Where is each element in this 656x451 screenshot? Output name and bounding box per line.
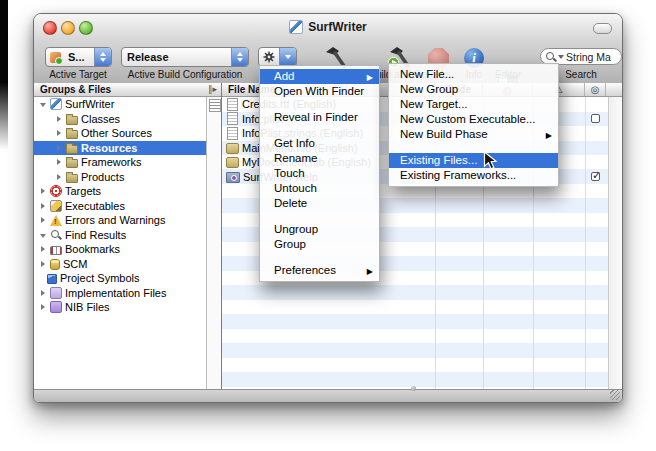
menu-separator [389,142,558,153]
app-icon [289,20,303,34]
menu-item-group[interactable]: Group [260,237,379,252]
splitter-menu-icon[interactable] [209,99,221,112]
menu-item-new-custom-executable[interactable]: New Custom Executable... [389,112,558,127]
sidebar-item-resources[interactable]: Resources [34,141,206,156]
menu-item-ungroup[interactable]: Ungroup [260,222,379,237]
menu-item-new-target[interactable]: New Target... [389,97,558,112]
sidebar-item-surfwriter[interactable]: SurfWriter [34,97,206,112]
build-configuration-value: Release [122,51,231,63]
search-value: String Ma [566,51,611,63]
chevron-down-icon[interactable] [558,55,564,59]
sidebar-item-targets[interactable]: Targets [34,184,206,199]
sidebar-item-scm[interactable]: SCM [34,257,206,272]
action-menu-button[interactable] [258,47,297,67]
target-icon [50,185,62,197]
document-icon [227,127,238,140]
chevron-down-icon [279,48,296,66]
active-target-popup[interactable]: S... [45,47,112,67]
title-bar[interactable]: SurfWriter [34,14,622,39]
menu-item-existing-files[interactable]: Existing Files... [389,153,558,168]
menu-item-delete[interactable]: Delete [260,196,379,211]
column-options-icon[interactable]: ∥▸ [208,84,217,94]
menu-item-new-file[interactable]: New File... [389,67,558,82]
disclosure-closed-icon[interactable] [57,159,61,165]
sidebar-item-classes[interactable]: Classes [34,112,206,127]
resize-grip-icon[interactable] [610,390,620,400]
sidebar-item-executables[interactable]: Executables [34,199,206,214]
folder-icon [66,145,78,154]
nib-file-icon [226,157,239,168]
document-icon [227,98,238,111]
folder-icon [66,174,78,183]
sidebar-item-nib-files[interactable]: NIB Files [34,300,206,315]
sidebar-item-errors-warnings[interactable]: Errors and Warnings [34,213,206,228]
disclosure-closed-icon[interactable] [41,290,45,296]
menu-separator [260,211,379,222]
menu-separator [260,99,379,110]
disclosure-closed-icon[interactable] [57,130,61,136]
menu-item-touch[interactable]: Touch [260,166,379,181]
status-bar [34,389,622,402]
groups-files-header[interactable]: Groups & Files ∥▸ [34,83,221,97]
mouse-cursor-icon [483,151,500,175]
search-caption: Search [565,69,597,80]
menu-item-open-with-finder[interactable]: Open With Finder [260,84,379,99]
menu-item-reveal-in-finder[interactable]: Reveal in Finder [260,110,379,125]
sidebar-item-products[interactable]: Products [34,170,206,185]
sidebar-item-find-results[interactable]: Find Results [34,228,206,243]
disclosure-closed-icon[interactable] [57,174,61,180]
menu-item-existing-frameworks[interactable]: Existing Frameworks... [389,168,558,183]
disclosure-closed-icon[interactable] [41,188,45,194]
sidebar-scrollbar[interactable] [206,97,221,389]
disclosure-open-icon[interactable] [40,234,46,238]
table-scrollbar[interactable] [608,97,622,389]
active-target-value: S... [63,51,94,63]
menu-item-untouch[interactable]: Untouch [260,181,379,196]
window-title: SurfWriter [308,20,366,34]
menu-item-add[interactable]: Add [260,69,379,84]
disclosure-closed-icon[interactable] [41,203,45,209]
executable-icon [50,200,62,212]
menu-item-rename[interactable]: Rename [260,151,379,166]
folder-icon [66,159,78,168]
disclosure-open-icon[interactable] [40,103,46,107]
gear-icon [259,51,279,63]
menu-item-new-group[interactable]: New Group [389,82,558,97]
target-membership-checkbox[interactable] [591,114,600,123]
menu-separator [260,252,379,263]
folder-icon [66,130,78,139]
search-icon [546,52,556,62]
minimize-button[interactable] [61,21,75,35]
target-icon [591,84,600,95]
sidebar-item-project-symbols[interactable]: Project Symbols [34,271,206,286]
disclosure-closed-icon[interactable] [57,145,61,151]
stepper-icon [94,48,111,66]
context-menu: Add Open With Finder Reveal in Finder Ge… [259,65,380,282]
active-target-caption: Active Target [49,69,107,80]
splitter-dimple-icon[interactable] [411,386,416,391]
menu-item-new-build-phase[interactable]: New Build Phase [389,127,558,142]
build-configuration-popup[interactable]: Release [121,47,249,67]
zoom-button[interactable] [79,21,93,35]
nib-file-icon [226,143,239,154]
sidebar-item-other-sources[interactable]: Other Sources [34,126,206,141]
desktop-edge [0,0,8,150]
sidebar-item-bookmarks[interactable]: Bookmarks [34,242,206,257]
close-button[interactable] [43,21,57,35]
disclosure-closed-icon[interactable] [41,304,45,310]
column-target-membership[interactable] [585,83,606,96]
disclosure-closed-icon[interactable] [41,246,45,252]
project-icon [50,98,62,110]
sidebar-item-implementation-files[interactable]: Implementation Files [34,286,206,301]
disclosure-closed-icon[interactable] [41,261,45,267]
disclosure-closed-icon[interactable] [41,217,45,223]
target-membership-checkbox[interactable] [591,172,600,181]
sidebar-item-frameworks[interactable]: Frameworks [34,155,206,170]
warning-icon [50,215,62,226]
disclosure-closed-icon[interactable] [57,116,61,122]
build-config-caption: Active Build Configuration [128,69,243,80]
toolbar-toggle-button[interactable] [593,23,612,34]
menu-item-preferences[interactable]: Preferences [260,263,379,278]
menu-item-get-info[interactable]: Get Info [260,136,379,151]
stepper-icon [231,48,248,66]
